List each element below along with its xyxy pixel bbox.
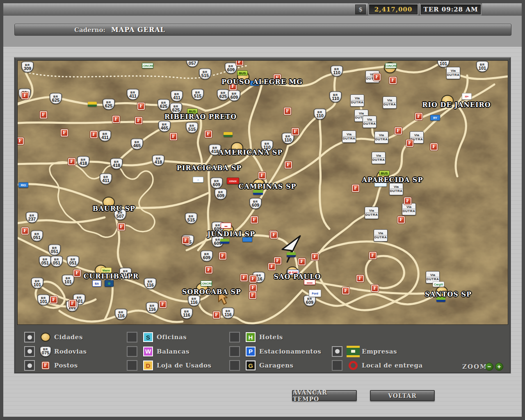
city-label: APARECIDA SP bbox=[362, 176, 423, 184]
fuel-station-marker: F bbox=[395, 127, 402, 135]
city-label: BAURU SP bbox=[93, 205, 135, 212]
legend-label-rodovias: Rodovias bbox=[54, 348, 87, 355]
advance-time-button[interactable]: AVANCAR TEMPO bbox=[292, 390, 357, 401]
legend-checkbox-hoteis[interactable] bbox=[229, 332, 240, 342]
city-label: AMERICANA SP bbox=[219, 148, 283, 156]
empresas-icon bbox=[347, 346, 360, 357]
legend-label-loja-de-usados: Loja de Usados bbox=[157, 362, 211, 369]
fuel-station-marker: F bbox=[369, 252, 377, 259]
company-logo bbox=[220, 239, 229, 244]
legend-checkbox-postos[interactable] bbox=[24, 360, 35, 371]
legend-checkbox-balancas[interactable] bbox=[127, 346, 137, 357]
map-panel: BR309BR625BR625BR625BR625BR625BR625BR411… bbox=[14, 57, 511, 373]
fuel-station-marker: F bbox=[292, 128, 299, 135]
fuel-station-marker: F bbox=[356, 275, 364, 282]
checkbox-dot bbox=[27, 349, 32, 354]
br-shield-515: BR515 bbox=[185, 213, 197, 224]
fuel-station-marker: F bbox=[205, 266, 212, 274]
fuel-station-marker: F bbox=[415, 113, 422, 120]
fuel-station-marker: F bbox=[159, 301, 167, 308]
legend-checkbox-rodovias[interactable] bbox=[24, 346, 35, 357]
br-shield-411: BR411 bbox=[127, 89, 139, 100]
page-header: Caderno: MAPA GERAL bbox=[14, 24, 511, 36]
company-logo bbox=[242, 237, 252, 242]
legend-checkbox-cidades[interactable] bbox=[24, 332, 35, 342]
legend-label-postos: Postos bbox=[54, 362, 78, 369]
fuel-station-marker: F bbox=[406, 139, 413, 147]
fuel-station-marker: F bbox=[270, 231, 278, 239]
fuel-station-marker: F bbox=[258, 172, 266, 179]
fuel-station-marker: F bbox=[389, 77, 397, 84]
company-logo: ▬ bbox=[221, 223, 231, 228]
money-display: 2,417,000 bbox=[369, 5, 418, 14]
br-shield-411: BR411 bbox=[100, 173, 112, 185]
company-logo bbox=[253, 190, 263, 195]
estacionamentos-icon: P bbox=[246, 347, 256, 356]
legend-checkbox-loja-de-usados[interactable] bbox=[127, 360, 137, 371]
city-label: CAMPINAS SP bbox=[238, 183, 296, 190]
via-dutra-shield: ViaDUTRA bbox=[446, 67, 460, 79]
legend-checkbox-estacionamentos[interactable] bbox=[229, 346, 240, 357]
legend-label-empresas: Empresas bbox=[362, 348, 397, 355]
br-shield-625: BR625 bbox=[50, 93, 62, 104]
legend-checkbox-empresas[interactable] bbox=[332, 346, 342, 357]
zoom-out-button[interactable]: − bbox=[485, 363, 493, 371]
via-dutra-shield: ViaDUTRA bbox=[342, 130, 356, 143]
top-region: $ 2,417,000 TER 09:28 AM Caderno: MAPA G… bbox=[3, 3, 522, 47]
br-shield-515: BR515 bbox=[192, 89, 204, 100]
company-logo: RIO bbox=[18, 183, 28, 188]
fuel-station-marker: F bbox=[137, 103, 145, 110]
br-shield-609: BR609 bbox=[210, 178, 223, 189]
br-shield-418: BR418 bbox=[77, 156, 89, 167]
via-dutra-shield: ViaDUTRA bbox=[374, 229, 388, 242]
br-shield-110: BR110 bbox=[331, 66, 343, 77]
fuel-station-marker: F bbox=[135, 117, 142, 124]
br-shield-051: BR051 bbox=[39, 256, 51, 267]
br-shield-101: BR101 bbox=[37, 294, 50, 306]
br-shield-116: BR116 bbox=[144, 278, 156, 289]
city-label: RIBEIRAO PRETO bbox=[164, 113, 237, 121]
via-dutra-shield: ViaDUTRA bbox=[365, 207, 379, 219]
br-shield-609: BR609 bbox=[201, 251, 213, 262]
fuel-station-marker: F bbox=[205, 130, 212, 138]
br-shield-609: BR609 bbox=[249, 198, 262, 209]
loja-de-usados-icon: D bbox=[143, 361, 153, 370]
br-shield-411: BR411 bbox=[99, 130, 111, 142]
br-shield-609: BR609 bbox=[228, 90, 240, 101]
hoteis-icon: H bbox=[246, 332, 256, 342]
br-shield-101: BR101 bbox=[476, 61, 488, 72]
cidades-icon bbox=[41, 333, 50, 342]
company-logo: CONCRE bbox=[142, 63, 153, 68]
fuel-station-marker: F bbox=[21, 227, 29, 235]
back-button[interactable]: VOLTAR bbox=[370, 390, 435, 401]
city-label: JUNDIAI SP bbox=[208, 230, 256, 238]
zoom-label: ZOOM bbox=[462, 363, 488, 370]
checkbox-dot bbox=[27, 363, 32, 368]
via-dutra-shield: ViaDUTRA bbox=[402, 203, 416, 215]
oficinas-icon: S bbox=[143, 332, 153, 342]
company-logo: ◎ bbox=[105, 280, 114, 287]
postos-icon: F bbox=[42, 362, 49, 369]
fuel-station-marker: F bbox=[240, 274, 248, 281]
legend-checkbox-garagens[interactable] bbox=[229, 360, 240, 371]
legend-checkbox-oficinas[interactable] bbox=[127, 332, 137, 342]
city-label: POUSO ALEGRE MG bbox=[221, 78, 303, 86]
br-shield-101: BR101 bbox=[31, 278, 43, 289]
fuel-station-marker: F bbox=[371, 285, 379, 292]
fuel-station-marker: F bbox=[342, 287, 349, 294]
company-logo: CONCRE bbox=[385, 63, 397, 68]
br-shield-625: BR625 bbox=[158, 99, 170, 110]
zoom-in-button[interactable]: + bbox=[495, 363, 503, 371]
fuel-station-marker: F bbox=[68, 158, 75, 165]
page-title: MAPA GERAL bbox=[111, 26, 165, 34]
company-logo: CONCRE bbox=[201, 281, 212, 286]
fuel-station-marker: F bbox=[373, 73, 381, 81]
fuel-station-marker: F bbox=[50, 296, 57, 304]
fuel-station-marker: F bbox=[182, 237, 189, 244]
legend-label-hoteis: Hoteis bbox=[259, 333, 283, 341]
br-shield-110: BR110 bbox=[314, 109, 326, 120]
legend-checkbox-local-de-entrega[interactable] bbox=[332, 360, 342, 371]
city-label: RIO DE JANEIRO bbox=[422, 101, 491, 109]
map-viewport[interactable]: BR309BR625BR625BR625BR625BR625BR625BR411… bbox=[17, 60, 508, 325]
br-shield-237: BR237 bbox=[26, 212, 38, 223]
